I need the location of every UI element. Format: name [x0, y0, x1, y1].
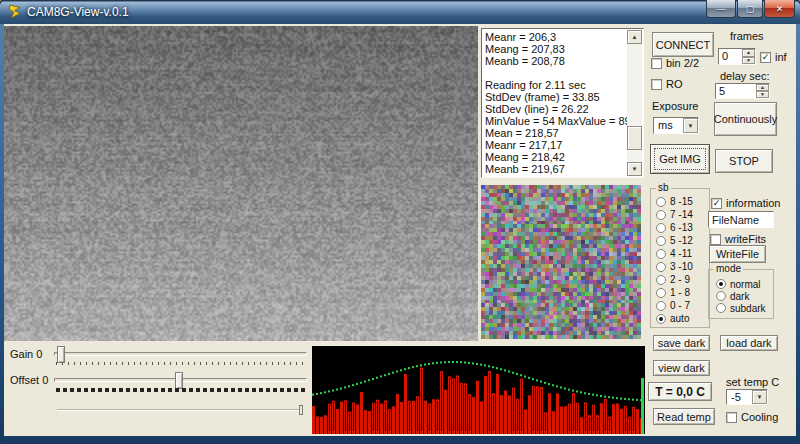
title-bar[interactable]: CAM8G-View-v.0.1 — ▢ ✕	[0, 0, 800, 24]
bit-option[interactable]: 2 - 9	[651, 273, 709, 286]
bit-option[interactable]: 6 -13	[651, 221, 709, 234]
bit-option-label: 4 -11	[670, 248, 692, 259]
radio-button[interactable]	[656, 210, 666, 220]
bit-option-label: 1 - 8	[670, 287, 690, 298]
information-checkbox[interactable]: ✓ information	[711, 197, 780, 209]
information-checkbox-label: information	[726, 197, 780, 209]
set-temp-dropdown[interactable]: -5 ▼	[726, 389, 768, 405]
mode-option-normal[interactable]: normal	[709, 278, 773, 290]
load-dark-button[interactable]: load dark	[720, 335, 778, 351]
scroll-down-icon[interactable]: ▼	[627, 162, 642, 176]
mode-option-dark[interactable]: dark	[709, 290, 773, 302]
close-button[interactable]: ✕	[764, 0, 795, 18]
radio-button[interactable]	[656, 197, 666, 207]
exposure-unit-value[interactable]: ms	[654, 118, 683, 133]
radio-button[interactable]	[716, 291, 726, 301]
gain-slider-thumb[interactable]	[57, 346, 65, 363]
app-icon	[7, 4, 23, 20]
info-line	[485, 67, 625, 79]
inf-checkbox[interactable]: ✓ inf	[760, 51, 787, 63]
radio-button[interactable]	[656, 275, 666, 285]
bit-option[interactable]: 1 - 8	[651, 286, 709, 299]
bin-checkbox[interactable]: bin 2/2	[651, 57, 699, 69]
radio-button-selected[interactable]	[656, 314, 666, 324]
radio-button-selected[interactable]	[716, 279, 726, 289]
ro-checkbox[interactable]: RO	[651, 78, 683, 90]
radio-button[interactable]	[656, 288, 666, 298]
bit-option[interactable]: 4 -11	[651, 247, 709, 260]
bit-option-label: 8 -15	[670, 196, 693, 207]
bit-option-label: 0 - 7	[670, 300, 690, 311]
delay-spinner[interactable]: 5 ▲ ▼	[715, 83, 770, 99]
bin-checkbox-label: bin 2/2	[666, 57, 699, 69]
cooling-checkbox[interactable]: Cooling	[726, 411, 778, 423]
radio-button[interactable]	[656, 223, 666, 233]
stop-button[interactable]: STOP	[715, 149, 773, 173]
aux-slider-track[interactable]	[57, 409, 303, 411]
bit-option-label: auto	[670, 313, 689, 324]
spin-down-icon[interactable]: ▼	[742, 57, 755, 65]
mode-option-subdark[interactable]: subdark	[709, 302, 773, 314]
mode-group-label: mode	[714, 264, 743, 274]
scrollbar-thumb[interactable]	[627, 126, 642, 150]
checkbox-box[interactable]	[726, 412, 737, 423]
info-panel: Meanr = 206,3 Meang = 207,83 Meanb = 208…	[481, 28, 644, 178]
frames-value[interactable]: 0	[719, 49, 742, 64]
ro-checkbox-label: RO	[666, 78, 683, 90]
writefits-checkbox[interactable]: writeFits	[710, 233, 766, 245]
spin-up-icon[interactable]: ▲	[756, 84, 769, 91]
save-dark-button[interactable]: save dark	[653, 335, 710, 351]
bit-option[interactable]: 8 -15	[651, 195, 709, 208]
checkbox-box[interactable]	[651, 79, 662, 90]
offset-slider-track[interactable]	[54, 378, 307, 382]
aux-slider-thumb[interactable]	[299, 405, 303, 415]
bit-option[interactable]: 0 - 7	[651, 299, 709, 312]
writefile-button[interactable]: WriteFile	[709, 245, 766, 263]
read-temp-button[interactable]: Read temp	[653, 408, 715, 425]
bit-option-label: 5 -12	[670, 235, 693, 246]
delay-value[interactable]: 5	[716, 84, 756, 98]
bit-option[interactable]: 5 -12	[651, 234, 709, 247]
checkbox-box[interactable]	[710, 234, 721, 245]
mode-option-label: normal	[730, 279, 761, 290]
dropdown-arrow-icon[interactable]: ▼	[752, 390, 767, 404]
offset-label: Offset 0	[10, 374, 48, 386]
checkbox-check-icon[interactable]: ✓	[760, 52, 771, 63]
info-scrollbar[interactable]: ▲ ▼	[627, 30, 642, 176]
get-img-button[interactable]: Get IMG	[650, 144, 710, 174]
radio-button[interactable]	[656, 301, 666, 311]
exposure-unit-dropdown[interactable]: ms ▼	[653, 117, 699, 134]
bit-option[interactable]: 3 -10	[651, 260, 709, 273]
exposure-label: Exposure	[652, 100, 698, 112]
bit-option-auto[interactable]: auto	[651, 312, 709, 325]
info-line: Meanr = 206,3	[485, 31, 625, 43]
dropdown-arrow-icon[interactable]: ▼	[683, 118, 698, 133]
offset-slider-thumb[interactable]	[175, 372, 183, 389]
radio-button[interactable]	[656, 249, 666, 259]
spin-down-icon[interactable]: ▼	[756, 91, 769, 98]
maximize-button[interactable]: ▢	[737, 0, 763, 18]
set-temp-value[interactable]: -5	[727, 390, 752, 404]
checkbox-box[interactable]	[651, 58, 662, 69]
minimize-button[interactable]: —	[706, 0, 736, 18]
info-line: StdDev (frame) = 33.85	[485, 91, 625, 103]
gain-slider-track[interactable]	[54, 352, 307, 356]
continuously-button[interactable]: Continuously	[714, 102, 777, 136]
writefits-checkbox-label: writeFits	[725, 233, 766, 245]
filename-input[interactable]	[708, 211, 774, 228]
scroll-up-icon[interactable]: ▲	[627, 30, 642, 44]
client-area: Meanr = 206,3 Meang = 207,83 Meanb = 208…	[4, 24, 796, 436]
view-dark-button[interactable]: view dark	[653, 360, 710, 376]
bit-option[interactable]: 7 -14	[651, 208, 709, 221]
info-line: Meanb = 208,78	[485, 55, 625, 67]
radio-button[interactable]	[716, 303, 726, 313]
radio-button[interactable]	[656, 262, 666, 272]
radio-button[interactable]	[656, 236, 666, 246]
frames-spinner[interactable]: 0 ▲ ▼	[718, 48, 756, 65]
gain-label: Gain 0	[10, 348, 42, 360]
info-line: MinValue = 54 MaxValue = 893	[485, 115, 625, 127]
connect-button[interactable]: CONNECT	[652, 32, 714, 57]
spin-up-icon[interactable]: ▲	[742, 49, 755, 57]
cooling-checkbox-label: Cooling	[741, 411, 778, 423]
checkbox-check-icon[interactable]: ✓	[711, 198, 722, 209]
